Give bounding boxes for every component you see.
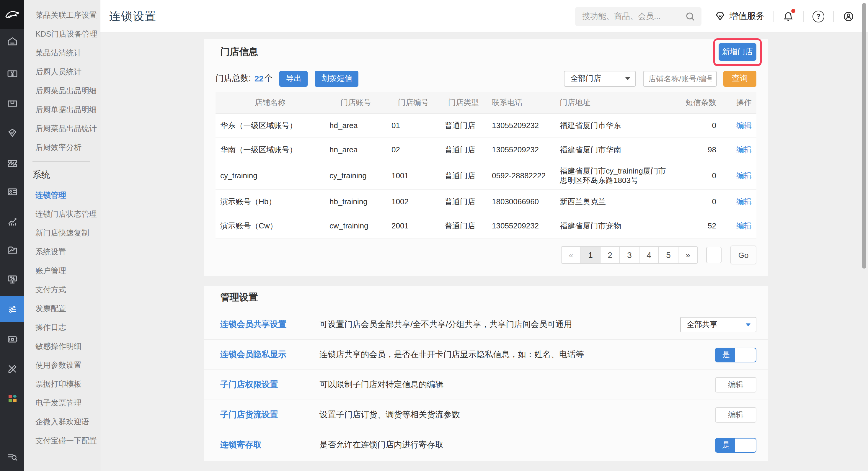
setting-label-link[interactable]: 连锁会员隐私显示 — [220, 349, 319, 360]
pagination-jump-input[interactable] — [706, 247, 721, 263]
add-store-button[interactable]: 新增门店 — [719, 43, 756, 61]
membership-diamond-icon[interactable] — [6, 127, 18, 139]
sidebar-item[interactable]: 系统设置 — [24, 243, 100, 261]
substore-permission-edit-button[interactable]: 编辑 — [715, 377, 756, 392]
substore-logistics-edit-button[interactable]: 编辑 — [715, 407, 756, 422]
cell-phone: 18030066960 — [487, 190, 555, 214]
setting-row-member-sharing: 连锁会员共享设置 可设置门店会员全部共享/全不共享/分组共享，共享门店间会员可通… — [204, 310, 768, 339]
sidebar-item[interactable]: 使用参数设置 — [24, 356, 100, 375]
main-area: 连锁设置 增值服务 ? — [100, 0, 868, 471]
setting-label-link[interactable]: 连锁会员共享设置 — [220, 319, 319, 330]
sidebar-item[interactable]: 后厨菜品出品明细 — [24, 82, 100, 100]
sidebar-item[interactable]: 菜品沽清统计 — [24, 44, 100, 63]
safe-box-icon[interactable] — [6, 334, 18, 345]
notification-red-dot — [791, 8, 795, 13]
transfer-sms-button[interactable]: 划拨短信 — [315, 70, 359, 87]
sidebar-active-module-settings[interactable] — [0, 296, 24, 322]
cell-account: cw_training — [325, 214, 387, 238]
top-bar: 连锁设置 增值服务 ? — [100, 0, 868, 33]
cell-store-type: 普通门店 — [440, 138, 487, 162]
table-row: 演示账号（Hb） hb_training 1002 普通门店 180300669… — [216, 190, 756, 214]
sidebar-item[interactable]: 敏感操作明细 — [24, 337, 100, 356]
sidebar-item[interactable]: 电子发票管理 — [24, 394, 100, 413]
toggle-knob — [735, 348, 756, 362]
value-added-services-button[interactable]: 增值服务 — [714, 11, 765, 22]
edit-link[interactable]: 编辑 — [736, 197, 752, 206]
pagination-page-1[interactable]: 1 — [581, 246, 600, 264]
member-sharing-select[interactable]: 全部共享 — [680, 317, 756, 332]
brand-logo[interactable] — [0, 0, 24, 29]
pagination-page-3[interactable]: 3 — [619, 246, 640, 264]
sidebar-item[interactable]: 菜品关联工序设置 — [24, 6, 100, 25]
cell-address: 福建省厦门市华南 — [555, 138, 676, 162]
pagination-prev-button[interactable]: « — [561, 246, 581, 264]
edit-link[interactable]: 编辑 — [736, 121, 752, 130]
sidebar-item[interactable]: 后厨单据出品明细 — [24, 100, 100, 119]
store-filter-select[interactable]: 全部门店 — [564, 70, 636, 87]
sidebar-item[interactable]: 后厨人员统计 — [24, 63, 100, 82]
sidebar-item[interactable]: 新门店快速复制 — [24, 224, 100, 243]
sidebar-item-chain-management[interactable]: 连锁管理 — [24, 186, 100, 205]
cell-phone: 13055209232 — [487, 114, 555, 138]
design-tools-icon[interactable] — [6, 363, 18, 375]
sidebar-item[interactable]: 支付宝碰一下配置 — [24, 432, 100, 450]
store-search-input[interactable] — [643, 70, 717, 87]
sidebar-item[interactable]: 后厨效率分析 — [24, 138, 100, 157]
package-icon[interactable] — [6, 97, 18, 109]
sidebar-divider — [32, 161, 90, 162]
management-settings-title: 管理设置 — [220, 291, 258, 304]
query-button[interactable]: 查询 — [723, 70, 756, 87]
sidebar-item[interactable]: 操作日志 — [24, 318, 100, 337]
sidebar-item[interactable]: 票据打印模板 — [24, 375, 100, 394]
cell-store-type: 普通门店 — [440, 190, 487, 214]
color-grid-icon[interactable] — [6, 392, 18, 404]
edit-link[interactable]: 编辑 — [736, 145, 752, 154]
pagination-next-button[interactable]: » — [678, 246, 698, 264]
export-button[interactable]: 导出 — [280, 70, 308, 87]
chain-deposit-toggle[interactable]: 是 — [715, 438, 756, 452]
pagination-page-5[interactable]: 5 — [658, 246, 678, 264]
pagination-page-4[interactable]: 4 — [639, 246, 659, 264]
setting-label-link[interactable]: 连锁寄存取 — [220, 440, 319, 450]
pagination-page-2[interactable]: 2 — [600, 246, 620, 264]
sidebar-item[interactable]: 账户管理 — [24, 261, 100, 280]
edit-link[interactable]: 编辑 — [736, 171, 752, 180]
help-button[interactable]: ? — [812, 10, 825, 23]
account-avatar-button[interactable] — [842, 10, 855, 23]
cell-store-name: cy_training — [216, 162, 325, 190]
page-title: 连锁设置 — [109, 8, 156, 24]
global-search-input[interactable] — [575, 7, 702, 26]
cell-sms-count: 0 — [676, 190, 721, 214]
member-privacy-toggle[interactable]: 是 — [715, 347, 756, 362]
sidebar-item[interactable]: 后厨菜品出品统计 — [24, 119, 100, 138]
setting-description: 可设置门店会员全部共享/全不共享/分组共享，共享门店间会员可通用 — [319, 319, 680, 330]
cell-store-name: 演示账号（Hb） — [216, 190, 325, 214]
brand-logo-icon — [4, 8, 20, 20]
monitor-percent-icon[interactable] — [6, 273, 18, 285]
coupon-percent-icon[interactable] — [6, 158, 18, 169]
sidebar-item[interactable]: KDS门店设备管理 — [24, 25, 100, 44]
money-icon[interactable] — [6, 68, 18, 80]
report-folder-icon[interactable] — [6, 244, 18, 256]
scrollbar[interactable] — [862, 3, 866, 269]
sidebar-item[interactable]: 连锁门店状态管理 — [24, 205, 100, 224]
sidebar-item[interactable]: 发票配置 — [24, 299, 100, 318]
id-card-icon[interactable] — [6, 186, 18, 198]
search-list-icon[interactable] — [6, 451, 18, 463]
setting-label-link[interactable]: 子门店权限设置 — [220, 379, 319, 390]
toggle-on-label: 是 — [716, 440, 736, 450]
setting-description: 连锁店共享的会员，是否在非开卡门店显示隐私信息，如：姓名、电话等 — [319, 349, 715, 360]
cell-store-no: 1001 — [387, 162, 440, 190]
setting-label-link[interactable]: 子门店货流设置 — [220, 410, 319, 420]
global-search — [575, 7, 702, 26]
home-icon[interactable] — [6, 35, 18, 47]
chevron-down-icon — [746, 323, 750, 326]
sidebar-item[interactable]: 企微入群欢迎语 — [24, 413, 100, 432]
trend-chart-icon[interactable] — [6, 215, 18, 227]
pagination-go-button[interactable]: Go — [731, 246, 756, 264]
col-header-store-no: 门店编号 — [387, 92, 440, 114]
edit-link[interactable]: 编辑 — [736, 221, 752, 230]
notifications-bell-button[interactable] — [782, 10, 795, 23]
search-icon[interactable] — [685, 11, 695, 22]
sidebar-item[interactable]: 支付方式 — [24, 280, 100, 299]
